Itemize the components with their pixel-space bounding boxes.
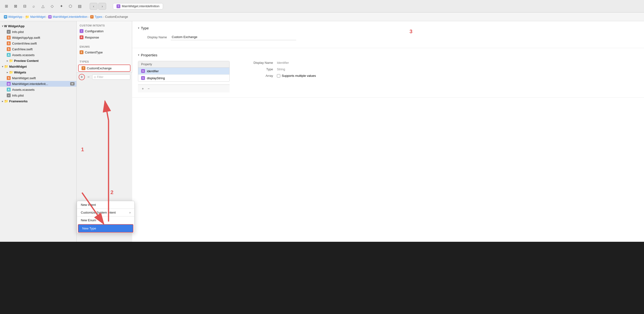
doc-icon[interactable]: ▤ bbox=[76, 3, 83, 10]
dropdown-customize-system-intent[interactable]: Customize System Intent › bbox=[77, 209, 134, 216]
warning-icon[interactable]: △ bbox=[40, 3, 46, 10]
grid-icon[interactable]: ⊞ bbox=[3, 3, 10, 10]
prop-type-row: Type String bbox=[244, 67, 316, 71]
nav-forward-button[interactable]: › bbox=[98, 3, 106, 10]
filter-placeholder: Filter bbox=[97, 75, 104, 79]
sidebar-item-info-plist-2[interactable]: ≡ Info.plist bbox=[0, 92, 76, 98]
sidebar-item-assets2[interactable]: A Assets.xcassets bbox=[0, 87, 76, 92]
intent-configuration[interactable]: I Configuration bbox=[77, 28, 132, 34]
detail-panel: ▾ Type Display Name ▾ Properties P bbox=[132, 21, 644, 242]
property-detail: Display Name Identifier Type String Arra… bbox=[244, 61, 316, 80]
chevron-down-icon: ▾ bbox=[2, 25, 3, 27]
folder-icon-preview: 📁 bbox=[9, 59, 13, 63]
swift-icon-4: S bbox=[7, 76, 10, 80]
stop-icon[interactable]: ⊠ bbox=[12, 3, 19, 10]
chevron-right-icon-3: ▸ bbox=[2, 100, 3, 103]
remove-type-button[interactable]: − bbox=[86, 74, 91, 80]
type-icon: T bbox=[82, 66, 86, 70]
prop-display-name-row: Display Name Identifier bbox=[244, 61, 316, 65]
breadcrumb-mainwidget-folder[interactable]: 📁 MainWidget bbox=[25, 15, 45, 19]
shape-icon[interactable]: ⬡ bbox=[67, 3, 74, 10]
property-row-displaystring[interactable]: S displayString bbox=[138, 75, 230, 81]
type-section: ▾ Type Display Name bbox=[132, 21, 644, 48]
nav-back-button[interactable]: ‹ bbox=[90, 3, 98, 10]
sidebar-item-widgetappapp[interactable]: S WidgetAppApp.swift bbox=[0, 35, 76, 40]
breadcrumb-customexchange-label: CustomExchange bbox=[105, 15, 128, 18]
sidebar-label-mainwidget: MainWidget bbox=[9, 65, 27, 68]
filter-input[interactable]: ⊙ Filter bbox=[92, 74, 130, 80]
sidebar-item-widgets[interactable]: ▸ 📁 Widgets bbox=[0, 69, 76, 75]
type-section-chevron: ▾ bbox=[138, 26, 140, 30]
properties-table-footer: + − bbox=[138, 85, 230, 92]
intent-response[interactable]: R Response bbox=[77, 34, 132, 40]
sidebar-item-preview-content[interactable]: ▸ 📁 Preview Content bbox=[0, 58, 76, 64]
sidebar-item-mainwidget[interactable]: ▾ 📁 MainWidget bbox=[0, 64, 76, 69]
display-name-row: Display Name bbox=[138, 34, 638, 40]
breadcrumb-types-label[interactable]: Types bbox=[94, 15, 102, 18]
swift-icon-3: S bbox=[7, 47, 10, 51]
breadcrumb-widgetapp-label[interactable]: WidgetApp bbox=[8, 15, 22, 18]
bottom-dark-area bbox=[0, 242, 644, 314]
intent-response-label: Response bbox=[85, 36, 99, 39]
plist-icon-1: ≡ bbox=[7, 30, 10, 34]
prop-display-name-label: Display Name bbox=[244, 61, 273, 65]
widgetapp-icon: W bbox=[4, 15, 7, 18]
new-intent-label: New Intent bbox=[81, 203, 96, 207]
display-name-label: Display Name bbox=[138, 35, 167, 39]
enums-title: ENUMS bbox=[77, 42, 132, 49]
dropdown-new-intent[interactable]: New Intent bbox=[77, 201, 134, 208]
add-type-button[interactable]: + bbox=[79, 74, 85, 80]
add-property-button[interactable]: + bbox=[140, 86, 145, 91]
sidebar-item-widgetapp-root[interactable]: ▾ W WidgetApp bbox=[0, 23, 76, 29]
chevron-down-icon-2: ▾ bbox=[2, 65, 3, 68]
settings-icon[interactable]: ✦ bbox=[58, 3, 65, 10]
submenu-arrow-icon: › bbox=[130, 211, 130, 214]
prop-array-checkbox[interactable]: Supports multiple values bbox=[277, 74, 316, 78]
type-customexchange[interactable]: T CustomExchange bbox=[78, 65, 130, 72]
breadcrumb-widgetapp[interactable]: W WidgetApp bbox=[4, 15, 22, 18]
prop-type-label: Type bbox=[244, 67, 273, 71]
sidebar-label-frameworks: Frameworks bbox=[9, 99, 28, 103]
assets-icon-2: A bbox=[7, 88, 10, 92]
remove-property-button[interactable]: − bbox=[146, 86, 151, 91]
sidebar-item-assets1[interactable]: A Assets.xcassets bbox=[0, 52, 76, 58]
sidebar-label-widgetappapp: WidgetAppApp.swift bbox=[12, 36, 40, 39]
breadcrumb-mainwidget-label[interactable]: MainWidget bbox=[30, 15, 45, 18]
property-row-identifier[interactable]: S identifier bbox=[138, 68, 230, 75]
intentdef-icon: ◎ bbox=[48, 15, 52, 18]
array-checkbox-input[interactable] bbox=[277, 74, 280, 78]
tab-icon: T bbox=[116, 4, 120, 8]
sidebar-item-contentview[interactable]: S ContentView.swift bbox=[0, 40, 76, 46]
sidebar-label-widgetapp: WidgetApp bbox=[8, 24, 24, 28]
swift-icon-2: S bbox=[7, 41, 10, 45]
sidebar-item-frameworks[interactable]: ▸ 📁 Frameworks bbox=[0, 98, 76, 104]
breadcrumb-types[interactable]: T Types bbox=[90, 15, 102, 18]
annotation-1: 1 bbox=[81, 147, 84, 153]
display-name-input[interactable] bbox=[171, 34, 296, 40]
widgetapp-file-icon: W bbox=[4, 24, 7, 28]
folder-icon-frameworks: 📁 bbox=[4, 99, 8, 103]
breadcrumb-intentdefinition[interactable]: ◎ MainWidget.intentdefinition bbox=[48, 15, 87, 18]
info-icon[interactable]: ◇ bbox=[49, 3, 56, 10]
sidebar-item-intentdefinition[interactable]: ◎ MainWidget.intentdefinit... M bbox=[0, 81, 76, 87]
dropdown-new-type[interactable]: New Type bbox=[78, 224, 134, 233]
toolbar-icons: ⊞ ⊠ ⊟ ⌕ △ ◇ ✦ ⬡ ▤ bbox=[3, 3, 83, 10]
plist-icon-2: ≡ bbox=[7, 93, 10, 97]
breadcrumb-sep-4: › bbox=[103, 15, 104, 18]
sidebar-content: ▾ W WidgetApp ≡ Info.plist S WidgetAppAp… bbox=[0, 21, 76, 242]
layout-icon[interactable]: ⊟ bbox=[21, 3, 28, 10]
sidebar-label-assets2: Assets.xcassets bbox=[12, 88, 34, 92]
annotation-3: 3 bbox=[410, 28, 412, 35]
breadcrumb: W WidgetApp › 📁 MainWidget › ◎ MainWidge… bbox=[0, 12, 644, 21]
toolbar-tab[interactable]: T MainWidget.intentdefinition bbox=[113, 3, 163, 9]
breadcrumb-sep-2: › bbox=[46, 15, 48, 18]
sidebar-item-cardview[interactable]: S CardView.swift bbox=[0, 46, 76, 52]
new-enum-label: New Enum bbox=[81, 218, 96, 222]
search-icon[interactable]: ⌕ bbox=[30, 3, 37, 10]
breadcrumb-intentdefinition-label[interactable]: MainWidget.intentdefinition bbox=[52, 15, 87, 18]
dropdown-new-enum[interactable]: New Enum bbox=[77, 216, 134, 224]
folder-icon: 📁 bbox=[25, 15, 29, 19]
enum-contenttype[interactable]: E ContentType bbox=[77, 49, 132, 55]
sidebar-item-info-plist-1[interactable]: ≡ Info.plist bbox=[0, 29, 76, 35]
sidebar-item-mainwidget-swift[interactable]: S MainWidget.swift bbox=[0, 75, 76, 81]
